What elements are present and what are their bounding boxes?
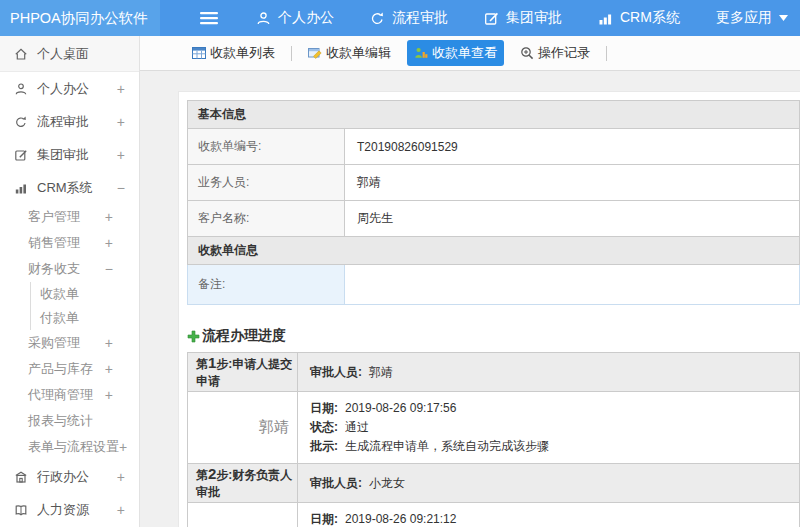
workflow-table: 第1步:申请人提交申请 审批人员:郭靖 郭靖 日期:2019-08-26 09:… bbox=[187, 352, 800, 527]
menu-more-apps[interactable]: 更多应用 bbox=[716, 9, 788, 27]
section-title: 收款单信息 bbox=[188, 237, 800, 265]
sidebar-item-finance[interactable]: 财务收支 − bbox=[0, 256, 139, 282]
step-fields: 日期:2019-08-26 09:21:12 状态:结束 批示:通过 bbox=[298, 503, 800, 527]
field-label: 备注: bbox=[188, 265, 345, 305]
expand-plus-icon[interactable]: + bbox=[105, 387, 113, 403]
field-label: 业务人员: bbox=[188, 165, 345, 201]
edit-icon bbox=[14, 148, 29, 162]
collapse-minus-icon[interactable]: − bbox=[105, 261, 113, 277]
workflow-title-text: 流程办理进度 bbox=[202, 327, 286, 345]
sidebar-item-purchase[interactable]: 采购管理 + bbox=[0, 330, 139, 356]
expand-plus-icon[interactable]: + bbox=[117, 469, 125, 485]
menu-crm[interactable]: CRM系统 bbox=[598, 9, 680, 27]
sidebar-item-sales-mgmt[interactable]: 销售管理 + bbox=[0, 230, 139, 256]
chart-icon bbox=[14, 181, 29, 195]
comment-line: 批示:生成流程申请单，系统自动完成该步骤 bbox=[310, 437, 799, 456]
book-icon bbox=[14, 503, 29, 517]
sidebar-item-label: CRM系统 bbox=[37, 179, 93, 197]
hamburger-menu-icon[interactable] bbox=[200, 11, 218, 25]
menu-label: CRM系统 bbox=[620, 9, 680, 27]
sidebar-item-personal-desktop[interactable]: 个人桌面 bbox=[0, 36, 139, 72]
sidebar-item-agent-mgmt[interactable]: 代理商管理 + bbox=[0, 382, 139, 408]
sidebar-item-group-approval[interactable]: 集团审批 + bbox=[0, 138, 139, 171]
sidebar-item-label: 流程审批 bbox=[37, 113, 89, 131]
tab-label: 操作记录 bbox=[538, 44, 590, 62]
step-approver: 审批人员:郭靖 bbox=[298, 353, 800, 392]
step-name: 第1步:申请人提交申请 bbox=[188, 353, 298, 392]
content-panel: 基本信息 收款单编号: T20190826091529 业务人员: 郭靖 客户名… bbox=[178, 91, 800, 527]
sidebar-item-label: 个人桌面 bbox=[37, 45, 89, 63]
sidebar-item-label: 采购管理 bbox=[28, 334, 80, 352]
step-approver: 审批人员:小龙女 bbox=[298, 464, 800, 503]
app-logo: PHPOA协同办公软件 bbox=[0, 0, 160, 36]
workflow-step-header: 第2步:财务负责人审批 审批人员:小龙女 bbox=[188, 464, 800, 503]
approver-name: 郭靖 bbox=[188, 392, 298, 464]
sidebar-item-label: 收款单 bbox=[40, 285, 79, 303]
expand-plus-icon[interactable]: + bbox=[117, 114, 125, 130]
date-line: 日期:2019-08-26 09:21:12 bbox=[310, 510, 799, 527]
sidebar-item-hr[interactable]: 人力资源 + bbox=[0, 493, 139, 526]
top-menu: 个人办公 流程审批 集团审批 CRM系统 更多应用 bbox=[256, 9, 788, 27]
sidebar-item-label: 财务收支 bbox=[28, 260, 80, 278]
sidebar-item-label: 表单与流程设置 bbox=[28, 438, 119, 456]
sidebar-item-payment[interactable]: 付款单 bbox=[31, 306, 139, 330]
field-value: 郭靖 bbox=[345, 165, 800, 201]
expand-plus-icon[interactable]: + bbox=[105, 235, 113, 251]
expand-plus-icon[interactable]: + bbox=[117, 147, 125, 163]
workflow-step-header: 第1步:申请人提交申请 审批人员:郭靖 bbox=[188, 353, 800, 392]
sidebar-item-label: 行政办公 bbox=[37, 468, 89, 486]
collapse-minus-icon[interactable]: − bbox=[117, 180, 125, 196]
tab-receipt-list[interactable]: 收款单列表 bbox=[185, 40, 282, 66]
receipt-form-table: 基本信息 收款单编号: T20190826091529 业务人员: 郭靖 客户名… bbox=[187, 100, 800, 305]
topbar: PHPOA协同办公软件 个人办公 流程审批 集团审批 CRM系统 更多应用 bbox=[0, 0, 800, 36]
sidebar-item-customer-mgmt[interactable]: 客户管理 + bbox=[0, 204, 139, 230]
tab-receipt-view[interactable]: 收款单查看 bbox=[407, 40, 504, 66]
sidebar-item-label: 销售管理 bbox=[28, 234, 80, 252]
expand-plus-icon[interactable]: + bbox=[119, 439, 127, 455]
caret-down-icon bbox=[779, 15, 788, 21]
menu-personal-office[interactable]: 个人办公 bbox=[256, 9, 334, 27]
sidebar-item-label: 产品与库存 bbox=[28, 360, 93, 378]
sidebar-item-reports[interactable]: 报表与统计 bbox=[0, 408, 139, 434]
sidebar-item-label: 报表与统计 bbox=[28, 412, 93, 430]
menu-group-approval[interactable]: 集团审批 bbox=[484, 9, 562, 27]
tab-separator bbox=[291, 46, 292, 61]
flow-icon bbox=[14, 115, 29, 129]
expand-plus-icon[interactable]: + bbox=[105, 361, 113, 377]
sidebar-item-label: 个人办公 bbox=[37, 80, 89, 98]
field-label: 收款单编号: bbox=[188, 129, 345, 165]
sidebar-item-personal-office[interactable]: 个人办公 + bbox=[0, 72, 139, 105]
sidebar-item-receipt[interactable]: 收款单 bbox=[31, 282, 139, 306]
workflow-progress-title: 流程办理进度 bbox=[187, 327, 800, 345]
tab-receipt-edit[interactable]: 收款单编辑 bbox=[301, 40, 398, 66]
status-line: 状态:通过 bbox=[310, 418, 799, 437]
edit-doc-icon bbox=[308, 46, 322, 60]
receipt-number-row: 收款单编号: T20190826091529 bbox=[188, 129, 800, 165]
workflow-step-detail: 郭靖 日期:2019-08-26 09:17:56 状态:通过 批示:生成流程申… bbox=[188, 392, 800, 464]
view-icon bbox=[414, 46, 428, 60]
main-content: 收款单列表 收款单编辑 收款单查看 操作记录 基本信息 收款单编号: T2019… bbox=[140, 36, 800, 527]
field-label: 客户名称: bbox=[188, 201, 345, 237]
home-icon bbox=[14, 47, 29, 61]
expand-plus-icon[interactable]: + bbox=[117, 502, 125, 518]
tab-label: 收款单编辑 bbox=[326, 44, 391, 62]
tab-operation-log[interactable]: 操作记录 bbox=[513, 40, 597, 66]
tab-separator bbox=[606, 46, 607, 61]
expand-plus-icon[interactable]: + bbox=[105, 209, 113, 225]
tab-bar: 收款单列表 收款单编辑 收款单查看 操作记录 bbox=[140, 36, 800, 71]
expand-plus-icon[interactable]: + bbox=[105, 335, 113, 351]
sidebar-item-admin-office[interactable]: 行政办公 + bbox=[0, 460, 139, 493]
sidebar-item-form-workflow-settings[interactable]: 表单与流程设置 + bbox=[0, 434, 139, 460]
menu-label: 流程审批 bbox=[392, 9, 448, 27]
sidebar-item-crm[interactable]: CRM系统 − bbox=[0, 171, 139, 204]
sidebar-item-label: 客户管理 bbox=[28, 208, 80, 226]
workflow-step-detail: 小龙女 日期:2019-08-26 09:21:12 状态:结束 批示:通过 bbox=[188, 503, 800, 527]
sidebar-item-workflow-approval[interactable]: 流程审批 + bbox=[0, 105, 139, 138]
sidebar-item-label: 付款单 bbox=[40, 309, 79, 327]
menu-workflow-approval[interactable]: 流程审批 bbox=[370, 9, 448, 27]
building-icon bbox=[14, 470, 29, 484]
sidebar-item-products-inventory[interactable]: 产品与库存 + bbox=[0, 356, 139, 382]
expand-plus-icon[interactable]: + bbox=[117, 81, 125, 97]
step-name: 第2步:财务负责人审批 bbox=[188, 464, 298, 503]
sidebar-item-label: 代理商管理 bbox=[28, 386, 93, 404]
